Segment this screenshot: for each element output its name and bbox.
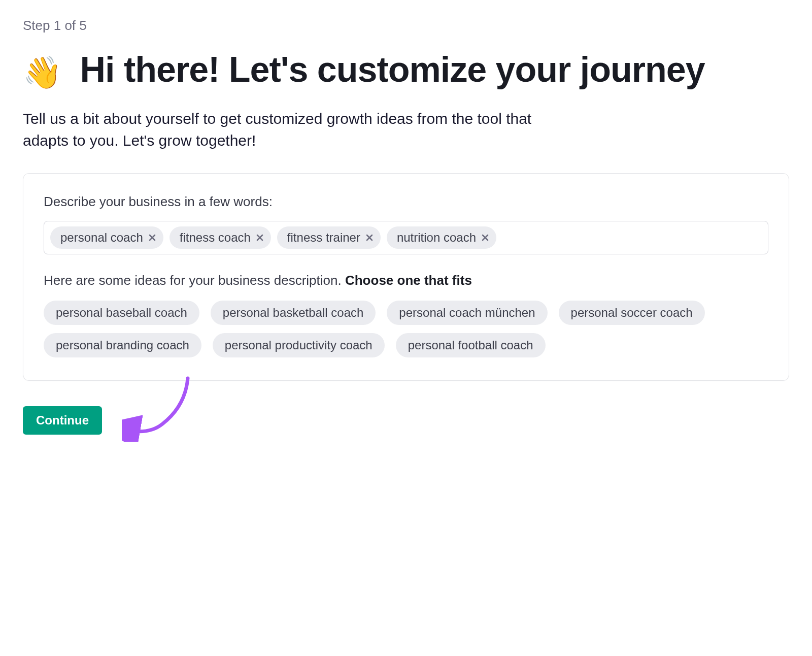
remove-tag-icon[interactable] [148,234,156,242]
wave-emoji-icon: 👋 [23,53,61,92]
tag-label: nutrition coach [397,231,476,245]
suggestion-chip[interactable]: personal branding coach [44,333,201,357]
suggestion-chip[interactable]: personal basketball coach [211,301,376,325]
suggestion-chip[interactable]: personal coach münchen [387,301,547,325]
ideas-label: Here are some ideas for your business de… [44,273,768,288]
page-subtitle: Tell us a bit about yourself to get cust… [23,108,551,152]
tag-label: fitness coach [180,231,251,245]
tag-label: fitness trainer [287,231,360,245]
business-description-card: Describe your business in a few words: p… [23,173,789,381]
selected-tag: fitness trainer [277,226,381,249]
remove-tag-icon[interactable] [481,234,489,242]
remove-tag-icon[interactable] [256,234,264,242]
selected-tag: nutrition coach [387,226,496,249]
step-indicator: Step 1 of 5 [23,18,789,34]
suggestions-list: personal baseball coachpersonal basketba… [44,301,768,357]
page-title: 👋 Hi there! Let's customize your journey [23,48,789,92]
ideas-bold-text: Choose one that fits [345,273,472,288]
tag-label: personal coach [60,231,143,245]
suggestion-chip[interactable]: personal baseball coach [44,301,199,325]
ideas-prefix-text: Here are some ideas for your business de… [44,273,345,288]
remove-tag-icon[interactable] [365,234,374,242]
page-title-text: Hi there! Let's customize your journey [71,50,705,89]
action-area: Continue [23,381,789,435]
continue-button[interactable]: Continue [23,406,102,435]
suggestion-chip[interactable]: personal football coach [396,333,546,357]
describe-business-label: Describe your business in a few words: [44,194,768,210]
suggestion-chip[interactable]: personal productivity coach [213,333,385,357]
suggestion-chip[interactable]: personal soccer coach [559,301,705,325]
arrow-annotation-icon [122,376,213,442]
selected-tag: personal coach [50,226,163,249]
selected-tag: fitness coach [170,226,271,249]
tag-input[interactable]: personal coachfitness coachfitness train… [44,221,768,254]
